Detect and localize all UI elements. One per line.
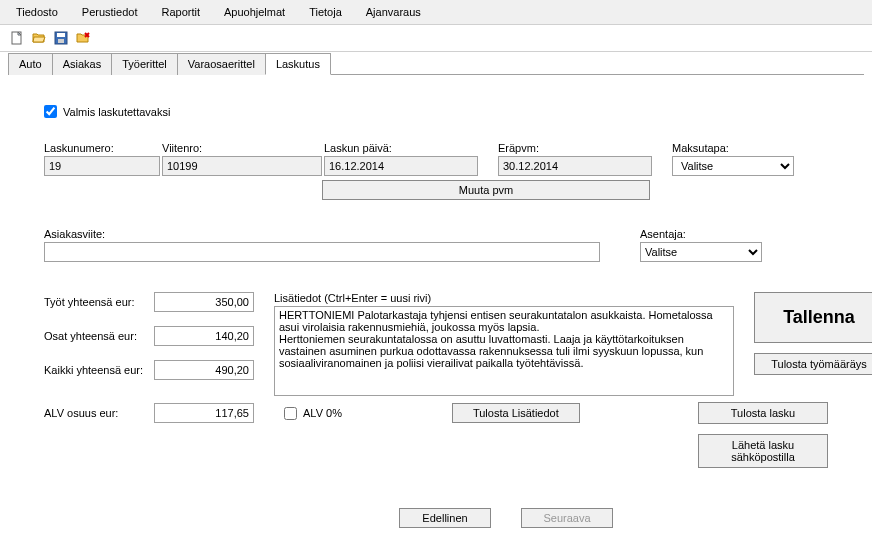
tab-tyoerittel[interactable]: Työerittel [111,53,178,75]
svg-rect-3 [58,39,64,43]
menu-raportit[interactable]: Raportit [149,2,212,22]
lisatiedot-label: Lisätiedot (Ctrl+Enter = uusi rivi) [274,292,734,304]
payment-method-label: Maksutapa: [672,142,794,154]
menu-tiedosto[interactable]: Tiedosto [4,2,70,22]
payment-method-select[interactable]: Valitse [672,156,794,176]
menubar: Tiedosto Perustiedot Raportit Apuohjelma… [0,0,872,25]
invoice-no-label: Laskunumero: [44,142,160,154]
all-total-input [154,360,254,380]
lisatiedot-textarea[interactable]: HERTTONIEMI Palotarkastaja tyhjensi enti… [274,306,734,396]
ref-no-label: Viitenro: [162,142,322,154]
invoice-date-label: Laskun päivä: [324,142,478,154]
work-total-label: Työt yhteensä eur: [44,296,154,308]
tab-asiakas[interactable]: Asiakas [52,53,113,75]
tulosta-lasku-button[interactable]: Tulosta lasku [698,402,828,424]
svg-rect-2 [57,33,65,37]
alv0-checkbox[interactable] [284,407,297,420]
alv0-checkbox-label[interactable]: ALV 0% [284,407,342,420]
all-total-label: Kaikki yhteensä eur: [44,364,154,376]
ref-no-input[interactable] [162,156,322,176]
ready-checkbox[interactable] [44,105,57,118]
tulosta-lisatiedot-button[interactable]: Tulosta Lisätiedot [452,403,580,423]
delete-icon[interactable] [74,29,92,47]
parts-total-label: Osat yhteensä eur: [44,330,154,342]
tulosta-tyomaarays-button[interactable]: Tulosta työmääräys [754,353,872,375]
tabbar: Auto Asiakas Työerittel Varaosaerittel L… [0,52,872,74]
parts-total-input [154,326,254,346]
vat-label: ALV osuus eur: [44,407,154,419]
tab-auto[interactable]: Auto [8,53,53,75]
laheta-sahkoposti-button[interactable]: Lähetä lasku sähköpostilla [698,434,828,468]
menu-ajanvaraus[interactable]: Ajanvaraus [354,2,433,22]
menu-apuohjelmat[interactable]: Apuohjelmat [212,2,297,22]
customer-ref-input[interactable] [44,242,600,262]
toolbar [0,25,872,52]
work-total-input [154,292,254,312]
installer-select[interactable]: Valitse [640,242,762,262]
customer-ref-label: Asiakasviite: [44,228,600,240]
tab-varaosaerittel[interactable]: Varaosaerittel [177,53,266,75]
tallenna-button[interactable]: Tallenna [754,292,872,343]
due-date-label: Eräpvm: [498,142,652,154]
installer-label: Asentaja: [640,228,762,240]
tab-laskutus[interactable]: Laskutus [265,53,331,75]
due-date-input[interactable] [498,156,652,176]
seuraava-button: Seuraava [521,508,613,528]
alv0-text: ALV 0% [303,407,342,419]
save-icon[interactable] [52,29,70,47]
invoice-date-input[interactable] [324,156,478,176]
ready-checkbox-label[interactable]: Valmis laskutettavaksi [44,105,828,118]
edellinen-button[interactable]: Edellinen [399,508,491,528]
open-icon[interactable] [30,29,48,47]
invoice-no-input[interactable] [44,156,160,176]
vat-input [154,403,254,423]
menu-perustiedot[interactable]: Perustiedot [70,2,150,22]
muuta-pvm-button[interactable]: Muuta pvm [322,180,650,200]
new-icon[interactable] [8,29,26,47]
ready-checkbox-text: Valmis laskutettavaksi [63,106,170,118]
menu-tietoja[interactable]: Tietoja [297,2,354,22]
